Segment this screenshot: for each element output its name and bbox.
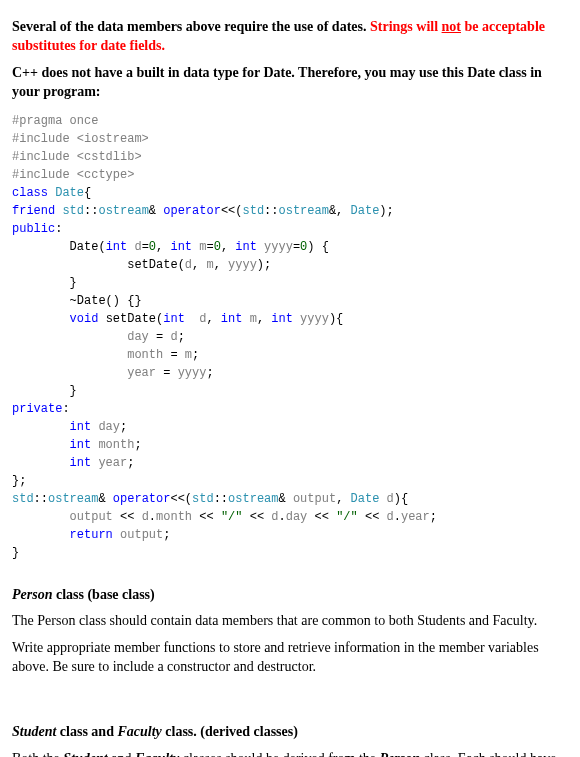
student-section-heading: Student class and Faculty class. (derive… <box>12 723 568 742</box>
student-p1: Both the Student and Faculty classes sho… <box>12 750 568 757</box>
person-section-heading: Person class (base class) <box>12 586 568 605</box>
intro-plain: Several of the data members above requir… <box>12 19 370 34</box>
intro-paragraph: Several of the data members above requir… <box>12 18 568 56</box>
person-p2: Write appropriate member functions to st… <box>12 639 568 677</box>
date-class-code: #pragma once #include <iostream> #includ… <box>12 112 568 562</box>
person-p1: The Person class should contain data mem… <box>12 612 568 631</box>
cpp-note-paragraph: C++ does not have a built in data type f… <box>12 64 568 102</box>
